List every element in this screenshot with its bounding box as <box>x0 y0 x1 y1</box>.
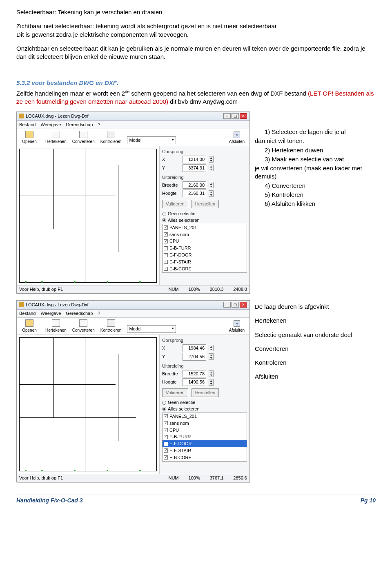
layer-list[interactable]: PANELS_201sans nomCPUE-B-FURRE-F-DOORE-F… <box>162 224 247 273</box>
layer-item-2[interactable]: CPU <box>163 427 247 434</box>
layer-item-4[interactable]: E-F-DOOR <box>163 440 247 447</box>
menu-item-3[interactable]: ? <box>98 122 100 128</box>
layer-checkbox[interactable] <box>164 225 168 230</box>
status-y: 2488.0 <box>233 286 247 292</box>
w-spinner[interactable]: ▲▼ <box>209 182 214 188</box>
maximize-button[interactable]: ▢ <box>232 302 239 308</box>
x-input[interactable]: 1984.46 <box>183 344 206 352</box>
open-button[interactable]: Openen <box>19 131 40 145</box>
layer-item-7[interactable]: E-F-SILL <box>163 272 247 273</box>
layer-item-6[interactable]: E-B-CORE <box>163 454 247 461</box>
width-input[interactable]: 1520.78 <box>183 370 206 378</box>
layer-item-1[interactable]: sans nom <box>163 420 247 427</box>
validate-button[interactable]: Valideren <box>162 200 188 208</box>
layer-item-5[interactable]: E-F-STAIR <box>163 447 247 454</box>
reset-button[interactable]: Herstellen <box>192 388 219 397</box>
layer-checkbox[interactable] <box>164 260 168 264</box>
layer-name: E-B-CORE <box>169 266 192 272</box>
radio-all[interactable]: Alles selecteren <box>162 217 247 223</box>
layer-item-3[interactable]: E-B-FURR <box>163 433 247 440</box>
width-input[interactable]: 2160.00 <box>183 181 206 189</box>
menu-item-1[interactable]: Weergave <box>40 122 61 128</box>
redraw-button[interactable]: Hertekenen <box>45 131 67 145</box>
layer-item-1[interactable]: sans nom <box>163 231 247 238</box>
w-spinner[interactable]: ▲▼ <box>209 370 214 377</box>
layer-checkbox[interactable] <box>164 253 168 257</box>
maximize-button[interactable]: ▢ <box>232 113 239 119</box>
h-spinner[interactable]: ▲▼ <box>209 190 214 197</box>
y-input[interactable]: 3374.31 <box>183 164 206 172</box>
note2-l6: Afsluiten <box>255 373 376 381</box>
y-label: Y <box>162 354 180 360</box>
x-input[interactable]: 1214.00 <box>183 156 206 163</box>
h-spinner[interactable]: ▲▼ <box>209 379 214 386</box>
layer-checkbox[interactable] <box>164 421 168 425</box>
model-select[interactable]: Model▾ <box>127 136 176 144</box>
minimize-button[interactable]: – <box>223 302 231 308</box>
y-spinner[interactable]: ▲▼ <box>209 165 214 171</box>
minimize-button[interactable]: – <box>223 113 231 119</box>
layer-checkbox[interactable] <box>164 246 168 250</box>
status-zoom: 100% <box>189 286 200 292</box>
layer-item-4[interactable]: E-F-DOOR <box>163 252 247 259</box>
menu-item-2[interactable]: Gereedschap <box>66 310 93 317</box>
status-help: Voor Help, druk op F1 <box>19 475 63 481</box>
redraw-button[interactable]: Hertekenen <box>45 319 67 333</box>
layer-item-5[interactable]: E-F-STAIR <box>163 259 247 265</box>
layer-checkbox[interactable] <box>164 435 168 439</box>
y-input[interactable]: 2704.56 <box>183 353 206 361</box>
layer-item-3[interactable]: E-B-FURR <box>163 245 247 252</box>
drawing-canvas[interactable] <box>17 146 160 285</box>
layer-checkbox[interactable] <box>164 455 168 460</box>
height-input[interactable]: 2160.31 <box>183 190 206 197</box>
y-spinner[interactable]: ▲▼ <box>209 353 214 360</box>
status-num: NUM <box>168 286 178 292</box>
layer-item-0[interactable]: PANELS_201 <box>163 413 247 420</box>
radio-none[interactable]: Geen selectie <box>162 399 247 406</box>
layer-checkbox[interactable] <box>164 448 168 453</box>
model-select[interactable]: Model▾ <box>127 325 176 333</box>
x-spinner[interactable]: ▲▼ <box>209 156 214 163</box>
layer-checkbox[interactable] <box>164 428 168 432</box>
close-tool-button[interactable]: ⎆Afsluiten <box>227 132 247 145</box>
x-spinner[interactable]: ▲▼ <box>209 345 214 351</box>
menu-item-0[interactable]: Bestand <box>19 310 36 317</box>
radio-none[interactable]: Geen selectie <box>162 211 247 217</box>
close-tool-button[interactable]: ⎆Afsluiten <box>227 320 247 333</box>
menu-item-3[interactable]: ? <box>98 310 100 317</box>
menu-item-1[interactable]: Weergave <box>40 310 61 317</box>
validate-button[interactable]: Valideren <box>162 388 188 397</box>
close-button[interactable]: ✕ <box>240 302 247 308</box>
drawing-canvas[interactable] <box>17 335 160 474</box>
open-button[interactable]: Openen <box>19 319 40 333</box>
x-label: X <box>162 156 180 163</box>
convert-button[interactable]: Converteren <box>72 131 95 145</box>
layer-checkbox[interactable] <box>164 414 168 418</box>
layer-item-0[interactable]: PANELS_201 <box>163 224 247 231</box>
menu-item-0[interactable]: Bestand <box>19 122 36 128</box>
height-input[interactable]: 1490.56 <box>183 378 206 386</box>
app-icon <box>19 302 24 307</box>
control-button[interactable]: Kontroleren <box>100 131 122 145</box>
layer-name: E-B-CORE <box>169 455 192 461</box>
layer-item-6[interactable]: E-B-CORE <box>163 265 247 272</box>
note1-line2: 2) Hertekenen duwen <box>255 146 376 154</box>
close-button[interactable]: ✕ <box>240 113 247 119</box>
radio-all[interactable]: Alles selecteren <box>162 406 247 412</box>
layer-name: sans nom <box>169 232 189 238</box>
reset-button[interactable]: Herstellen <box>192 200 219 208</box>
layer-checkbox[interactable] <box>164 239 168 243</box>
layer-name: E-F-STAIR <box>169 448 191 454</box>
control-button[interactable]: Kontroleren <box>100 319 122 333</box>
layer-item-2[interactable]: CPU <box>163 238 247 245</box>
layer-item-7[interactable]: E-F-SILL <box>163 461 247 462</box>
layer-list[interactable]: PANELS_201sans nomCPUE-B-FURRE-F-DOORE-F… <box>162 413 247 462</box>
note1-line5: 5) Kontroleren <box>255 191 376 199</box>
note1-line3b: je wil converteren (maak een kader met d… <box>255 164 376 181</box>
menu-item-2[interactable]: Gereedschap <box>66 122 93 128</box>
extent-label: Uitbreiding <box>162 363 247 369</box>
layer-checkbox[interactable] <box>164 232 168 236</box>
convert-button[interactable]: Converteren <box>72 319 95 333</box>
layer-checkbox[interactable] <box>164 442 168 446</box>
layer-checkbox[interactable] <box>164 267 168 271</box>
